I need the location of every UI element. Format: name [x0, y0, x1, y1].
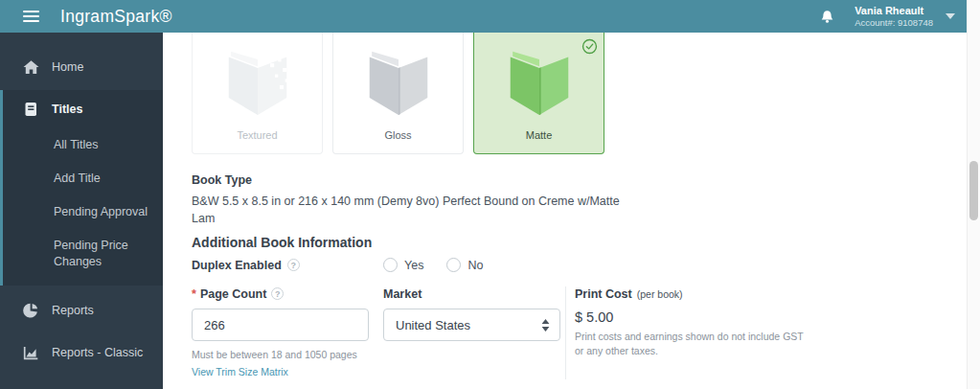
cover-finish-options: Textured Gloss — [192, 33, 967, 154]
finish-option-label: Gloss — [384, 129, 411, 141]
book-icon — [217, 51, 298, 120]
print-cost-column: Print Cost (per book) $ 5.00 Print costs… — [565, 286, 814, 379]
finish-option-gloss[interactable]: Gloss — [332, 33, 464, 154]
sidebar-item-add-title[interactable]: Add Title — [3, 162, 163, 195]
print-cost-helper: Print costs and earnings shown do not in… — [575, 330, 805, 358]
brand-logo[interactable]: IngramSpark® — [60, 7, 172, 27]
sidebar-item-label: Titles — [52, 103, 82, 116]
sidebar-item-label: Reports - Classic — [52, 346, 143, 359]
book-type-label: Book Type — [192, 173, 967, 187]
finish-option-label: Textured — [237, 129, 277, 141]
book-fields-row: * Page Count ? Must be between 18 and 10… — [192, 286, 967, 379]
topbar: IngramSpark® Vania Rheault Account#: 910… — [0, 0, 967, 33]
chevron-down-icon — [946, 13, 955, 19]
sidebar-item-pending-approval[interactable]: Pending Approval — [3, 195, 163, 229]
market-selected-value: United States — [396, 318, 470, 332]
notifications-bell-icon[interactable] — [819, 9, 835, 25]
market-label: Market — [383, 286, 565, 301]
scrollbar-thumb[interactable] — [969, 161, 978, 220]
page-count-column: * Page Count ? Must be between 18 and 10… — [192, 286, 383, 379]
duplex-enabled-label: Duplex Enabled ? — [192, 259, 383, 272]
sidebar-item-all-titles[interactable]: All Titles — [3, 128, 163, 162]
menu-icon[interactable] — [23, 11, 39, 22]
radio-label: Yes — [404, 259, 423, 272]
duplex-radio-no[interactable]: No — [446, 258, 483, 272]
book-icon — [358, 51, 439, 120]
area-chart-icon — [23, 345, 39, 360]
user-account-number: Account#: 9108748 — [855, 17, 933, 29]
market-select[interactable]: United States — [383, 309, 560, 341]
book-type-description-line2: Lam — [192, 211, 967, 228]
home-icon — [23, 59, 39, 75]
book-type-description-line1: B&W 5.5 x 8.5 in or 216 x 140 mm (Demy 8… — [192, 194, 967, 211]
user-info: Vania Rheault Account#: 9108748 — [855, 4, 933, 30]
book-type-description: B&W 5.5 x 8.5 in or 216 x 140 mm (Demy 8… — [192, 194, 967, 227]
market-text: Market — [383, 287, 422, 301]
radio-circle-icon[interactable] — [383, 258, 398, 272]
page-count-text: Page Count — [200, 287, 266, 301]
page-count-input[interactable] — [192, 309, 369, 341]
view-trim-size-matrix-link[interactable]: View Trim Size Matrix — [192, 366, 288, 378]
sidebar-item-label: Reports — [52, 304, 94, 317]
selected-check-icon — [581, 38, 598, 55]
sidebar-item-titles[interactable]: Titles — [3, 90, 163, 128]
book-icon — [23, 102, 39, 117]
sidebar-item-reports[interactable]: Reports — [0, 289, 163, 332]
section-title-additional-book-information: Additional Book Information — [192, 235, 967, 250]
print-cost-text: Print Cost — [575, 287, 632, 301]
duplex-enabled-row: Duplex Enabled ? Yes No — [192, 258, 967, 272]
duplex-radio-group: Yes No — [383, 258, 483, 272]
topbar-right: Vania Rheault Account#: 9108748 — [819, 0, 959, 33]
finish-option-textured[interactable]: Textured — [192, 33, 323, 154]
required-marker: * — [192, 287, 196, 301]
help-icon[interactable]: ? — [287, 259, 300, 271]
duplex-enabled-text: Duplex Enabled — [192, 259, 282, 272]
market-column: Market United States — [383, 286, 565, 379]
page-count-label: * Page Count ? — [192, 286, 383, 301]
user-name: Vania Rheault — [855, 4, 933, 17]
sidebar-nav: Home Titles All Titles Add Title Pending… — [0, 33, 163, 389]
page-count-helper: Must be between 18 and 1050 pages — [192, 348, 383, 362]
finish-option-matte-selected[interactable]: Matte — [473, 33, 604, 154]
duplex-radio-yes[interactable]: Yes — [383, 258, 423, 272]
sidebar-section-titles: Titles All Titles Add Title Pending Appr… — [0, 90, 163, 286]
sidebar-item-pending-price-changes[interactable]: Pending Price Changes — [3, 229, 163, 279]
sidebar-item-orders[interactable]: Orders — [0, 374, 163, 389]
radio-circle-icon[interactable] — [446, 258, 461, 272]
book-icon — [499, 51, 580, 120]
main-content: Textured Gloss — [163, 33, 967, 389]
radio-label: No — [467, 259, 483, 272]
user-menu[interactable]: Vania Rheault Account#: 9108748 — [855, 4, 959, 30]
pie-chart-icon — [23, 303, 39, 318]
select-arrows-icon — [541, 318, 550, 332]
sidebar-item-label: Home — [52, 60, 83, 74]
print-cost-value: $ 5.00 — [575, 309, 814, 325]
finish-option-label: Matte — [526, 129, 553, 141]
sidebar-item-reports-classic[interactable]: Reports - Classic — [0, 332, 163, 374]
sidebar-item-home[interactable]: Home — [0, 46, 163, 88]
help-icon[interactable]: ? — [271, 287, 284, 300]
ingramspark-app: IngramSpark® Vania Rheault Account#: 910… — [0, 0, 980, 389]
print-cost-sublabel: (per book) — [637, 288, 683, 300]
print-cost-label: Print Cost (per book) — [575, 286, 814, 301]
vertical-scrollbar[interactable] — [967, 0, 980, 389]
